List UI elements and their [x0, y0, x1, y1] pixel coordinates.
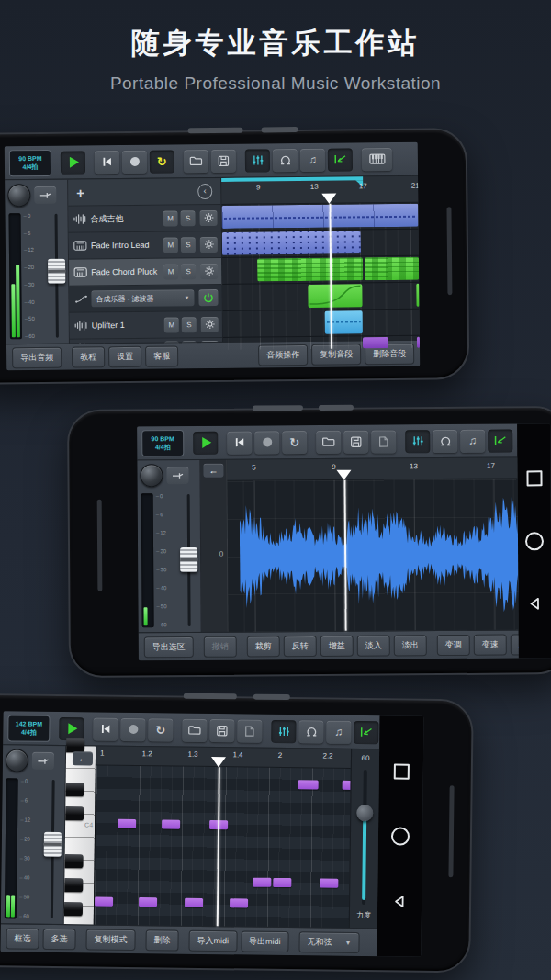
playhead-handle[interactable] [321, 194, 336, 204]
trim-button[interactable]: 裁剪 [247, 636, 280, 657]
automation-clip[interactable] [416, 284, 419, 307]
lane[interactable] [223, 336, 420, 350]
black-key[interactable] [64, 902, 83, 916]
track-settings-button[interactable] [200, 236, 218, 252]
volume-fader[interactable] [187, 494, 191, 626]
multi-select-button[interactable]: 多选 [42, 928, 75, 949]
black-key[interactable] [66, 738, 84, 752]
back-button[interactable]: ← [73, 751, 93, 765]
metronome-button[interactable] [273, 149, 298, 172]
fader-handle[interactable] [44, 832, 62, 857]
keyboard-button[interactable] [362, 147, 392, 170]
metronome-button[interactable] [298, 720, 323, 743]
quantize-button[interactable]: ♫ [326, 720, 351, 743]
fader-handle[interactable] [180, 547, 197, 572]
save-project-button[interactable] [209, 719, 234, 742]
velocity-knob[interactable] [356, 805, 373, 821]
export-midi-button[interactable]: 导出midi [241, 930, 289, 952]
track-settings-button[interactable] [201, 316, 219, 332]
arrangement-grid[interactable]: 9 13 17 21 [221, 176, 420, 342]
black-key[interactable] [64, 878, 83, 892]
import-midi-button[interactable]: 导入midi [188, 929, 237, 952]
automation-clip[interactable] [308, 284, 362, 308]
midi-note[interactable] [273, 878, 291, 887]
velocity-slider[interactable] [350, 766, 379, 908]
track-row[interactable]: 合成吉他 M S [68, 205, 220, 233]
new-file-button[interactable] [237, 719, 262, 742]
open-project-button[interactable] [184, 150, 208, 173]
waveform-display[interactable] [228, 479, 519, 631]
fade-out-button[interactable]: 淡出 [394, 635, 427, 656]
save-project-button[interactable] [343, 430, 368, 453]
track-row-selected[interactable]: Fade Chord Pluck M S [69, 258, 221, 287]
volume-knob[interactable] [6, 749, 28, 772]
copy-mode-button[interactable]: 复制模式 [85, 929, 135, 951]
mixer-button[interactable] [245, 149, 270, 172]
chord-dropdown[interactable]: 无和弦 ▼ [298, 931, 359, 953]
lane[interactable] [222, 230, 419, 258]
channel-fx-button[interactable] [32, 752, 54, 770]
metronome-button[interactable] [433, 429, 457, 452]
solo-button[interactable]: S [181, 264, 196, 279]
midi-note[interactable] [162, 819, 180, 828]
settings-button[interactable]: 设置 [108, 345, 141, 366]
midi-note[interactable] [298, 780, 319, 789]
volume-fader[interactable] [55, 214, 59, 338]
android-recents-icon[interactable] [526, 470, 542, 486]
quantize-button[interactable]: ♫ [300, 148, 325, 171]
midi-note[interactable] [118, 819, 136, 828]
skip-start-button[interactable] [95, 151, 119, 174]
undo-button[interactable]: 撤销 [204, 636, 237, 657]
record-button[interactable] [122, 150, 147, 173]
mute-button[interactable]: M [163, 237, 178, 253]
mixer-button[interactable] [271, 719, 296, 742]
play-button[interactable] [61, 151, 85, 174]
export-selection-button[interactable]: 导出选区 [144, 636, 194, 657]
delete-button[interactable]: 删除 [145, 929, 178, 951]
back-button[interactable]: ← [203, 464, 223, 478]
gain-button[interactable]: 增益 [320, 635, 354, 656]
midi-clip[interactable] [257, 257, 363, 281]
channel-fx-button[interactable] [34, 186, 56, 204]
skip-start-button[interactable] [227, 431, 252, 454]
timeline-ruler[interactable]: 5 9 13 17 [227, 457, 517, 480]
volume-fader[interactable] [51, 780, 55, 918]
loop-button[interactable]: ↺ [282, 431, 307, 454]
midi-clip[interactable] [363, 337, 388, 348]
volume-knob[interactable] [7, 184, 30, 207]
bpm-display[interactable]: 90 BPM 4/4拍 [9, 149, 51, 175]
solo-button[interactable]: S [180, 210, 195, 226]
clip-lanes[interactable] [221, 203, 420, 350]
loop-region-bar[interactable] [221, 176, 363, 182]
lane[interactable] [221, 203, 418, 231]
channel-fx-button[interactable] [166, 467, 188, 484]
midi-note[interactable] [185, 898, 203, 907]
loop-button[interactable]: ↺ [148, 718, 173, 741]
volume-knob[interactable] [140, 464, 163, 487]
quantize-button[interactable]: ♫ [460, 429, 485, 452]
return-start-button[interactable] [328, 148, 353, 171]
play-button[interactable] [193, 431, 218, 454]
midi-note[interactable] [139, 897, 157, 907]
fade-in-button[interactable]: 淡入 [357, 635, 390, 656]
support-button[interactable]: 客服 [145, 345, 178, 366]
midi-note[interactable] [95, 897, 113, 907]
record-button[interactable] [254, 431, 279, 454]
android-back-icon[interactable] [392, 894, 407, 908]
solo-button[interactable]: S [181, 237, 196, 253]
lane[interactable] [223, 310, 420, 338]
midi-note[interactable] [253, 878, 271, 887]
automation-row[interactable]: 合成乐器 - 滤波器 ▼ [69, 285, 221, 313]
export-audio-button[interactable]: 导出音频 [12, 346, 62, 368]
black-key[interactable] [65, 783, 84, 796]
play-button[interactable] [59, 717, 84, 740]
track-settings-button[interactable] [199, 209, 217, 225]
loop-button[interactable]: ↺ [150, 150, 174, 173]
midi-note[interactable] [230, 898, 248, 907]
new-file-button[interactable] [371, 430, 396, 453]
playhead-handle[interactable] [211, 757, 226, 767]
playhead-handle[interactable] [336, 470, 351, 480]
midi-clip[interactable] [417, 337, 420, 348]
midi-note[interactable] [320, 879, 338, 888]
open-project-button[interactable] [182, 718, 207, 741]
